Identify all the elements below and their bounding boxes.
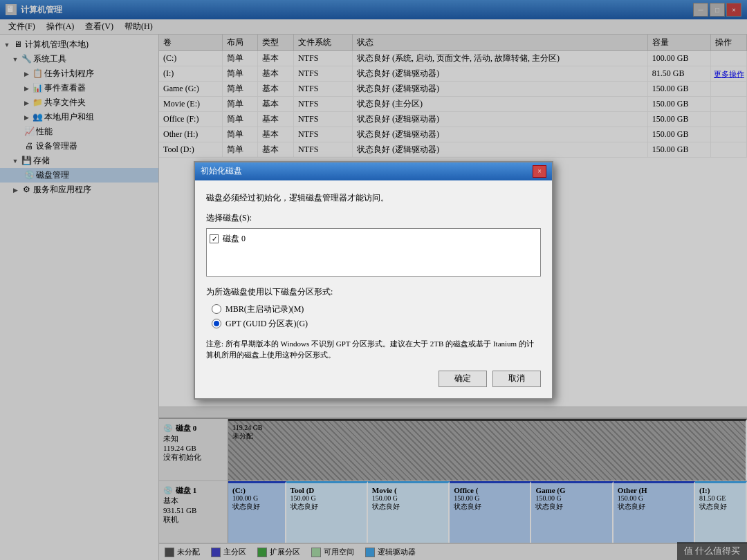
dialog-overlay: 初始化磁盘 × 磁盘必须经过初始化，逻辑磁盘管理器才能访问。 选择磁盘(S): … (0, 0, 747, 560)
gpt-label: GPT (GUID 分区表)(G) (225, 318, 308, 330)
radio-group: MBR(主启动记录)(M) GPT (GUID 分区表)(G) (206, 304, 541, 330)
dialog-note: 注意: 所有早期版本的 Windows 不识别 GPT 分区形式。建议在大于 2… (206, 338, 541, 361)
radio-gpt[interactable]: GPT (GUID 分区表)(G) (212, 318, 541, 330)
dialog-description: 磁盘必须经过初始化，逻辑磁盘管理器才能访问。 (206, 192, 541, 204)
disk-listbox[interactable]: 磁盘 0 (206, 228, 541, 277)
dialog-body: 磁盘必须经过初始化，逻辑磁盘管理器才能访问。 选择磁盘(S): 磁盘 0 为所选… (195, 180, 552, 398)
partition-format-section: 为所选磁盘使用以下磁盘分区形式: MBR(主启动记录)(M) GPT (GUID… (206, 286, 541, 330)
dialog-buttons: 确定 取消 (206, 371, 541, 387)
disk0-checkbox[interactable] (210, 234, 219, 243)
mbr-radio[interactable] (212, 304, 221, 314)
mbr-label: MBR(主启动记录)(M) (225, 304, 304, 315)
dialog-close-button[interactable]: × (533, 165, 546, 178)
dialog-title-bar: 初始化磁盘 × (195, 162, 552, 180)
disk0-listbox-label: 磁盘 0 (223, 233, 246, 245)
radio-mbr[interactable]: MBR(主启动记录)(M) (212, 304, 541, 315)
ok-button[interactable]: 确定 (439, 371, 487, 387)
cancel-button[interactable]: 取消 (492, 371, 541, 387)
dialog-title: 初始化磁盘 (201, 165, 242, 177)
disk-listbox-item[interactable]: 磁盘 0 (210, 232, 537, 246)
gpt-radio[interactable] (212, 319, 221, 328)
init-disk-dialog: 初始化磁盘 × 磁盘必须经过初始化，逻辑磁盘管理器才能访问。 选择磁盘(S): … (194, 161, 553, 400)
select-disk-label: 选择磁盘(S): (206, 212, 541, 224)
format-label: 为所选磁盘使用以下磁盘分区形式: (206, 286, 541, 298)
